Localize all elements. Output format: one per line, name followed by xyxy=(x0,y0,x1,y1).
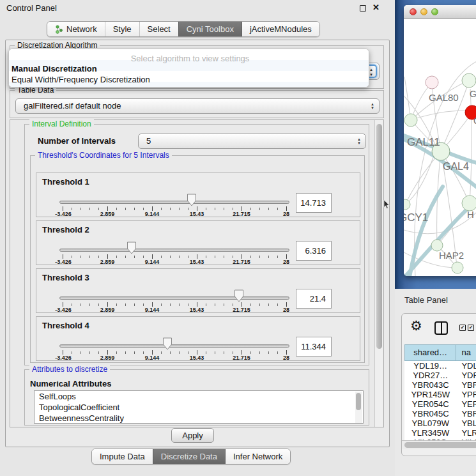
apply-button[interactable]: Apply xyxy=(171,428,214,443)
table-row[interactable]: YER054CYER0 xyxy=(404,399,476,409)
table-cell[interactable]: YBR045C xyxy=(404,409,456,418)
slider-thumb[interactable] xyxy=(162,337,173,351)
node-label-g: G xyxy=(470,89,476,99)
settings-scrollpane: Interval Definition Number of Intervals … xyxy=(10,119,384,427)
table-cell[interactable]: YDR2 xyxy=(456,371,476,380)
zoom-traffic-light[interactable] xyxy=(431,8,438,15)
table-cell[interactable]: YDL19… xyxy=(404,361,456,371)
vertical-scrollbar[interactable] xyxy=(374,120,383,427)
table-cell[interactable]: YBR0 xyxy=(456,380,476,390)
tab-network[interactable]: Network xyxy=(47,22,105,36)
scrollbar-thumb[interactable] xyxy=(376,124,382,349)
table-cell[interactable]: YER0 xyxy=(456,399,476,409)
close-icon[interactable]: ✕ xyxy=(372,3,380,12)
threshold-1-panel: Threshold 1 -3.4262.8599.14415.4321.7152… xyxy=(36,173,360,217)
tab-cyni-toolbox[interactable]: Cyni Toolbox xyxy=(178,22,242,36)
select-columns-icon[interactable]: ✓✓ xyxy=(459,325,474,331)
algorithm-dropdown-popup: Select algorithm to view settings Manual… xyxy=(8,49,369,88)
screen: Control Panel ✕ Network Style Select Cyn… xyxy=(0,0,476,476)
table-cell[interactable]: YPR1 xyxy=(456,390,476,399)
table-cell[interactable]: YER054C xyxy=(404,399,456,409)
node-label-h: H xyxy=(467,209,474,220)
close-traffic-light[interactable] xyxy=(410,8,417,15)
table-row[interactable]: YBL079WYBL0 xyxy=(404,418,476,428)
slider[interactable]: -3.4262.8599.14415.4321.71528 xyxy=(59,317,289,362)
table-cell[interactable]: YBL0 xyxy=(456,418,476,428)
tab-impute-data[interactable]: Impute Data xyxy=(92,449,153,464)
table-cell[interactable]: YLR3 xyxy=(456,428,476,438)
slider-track[interactable] xyxy=(59,296,289,300)
top-tab-bar: Network Style Select Cyni Toolbox jActiv… xyxy=(47,21,320,37)
table-cell[interactable]: YDL1 xyxy=(456,361,476,371)
table-cell[interactable]: YDR27… xyxy=(404,371,456,380)
slider-tick-labels: -3.4262.8599.14415.4321.71528 xyxy=(59,211,289,218)
node-gal11[interactable] xyxy=(404,114,417,127)
column-header-name[interactable]: na xyxy=(456,344,476,361)
table-cell[interactable]: YLR345W xyxy=(404,428,456,438)
table-data-value: galFiltered.sif default node xyxy=(24,99,121,113)
slider-thumb[interactable] xyxy=(187,194,197,207)
float-window-icon[interactable] xyxy=(360,5,366,12)
table-row[interactable]: YDR27…YDR2 xyxy=(404,371,476,380)
scrollbar-thumb[interactable] xyxy=(404,442,476,448)
table-data-combobox[interactable]: galFiltered.sif default node ▲▼ xyxy=(15,98,380,114)
slider-track[interactable] xyxy=(59,249,289,252)
table-row[interactable]: YPR145WYPR1 xyxy=(404,390,476,399)
table-panel-section: Table Panel ⚙ ✓✓ shared… na YDL19…YDL1YD… xyxy=(395,289,476,476)
table-row[interactable]: YDL19…YDL1 xyxy=(404,361,476,371)
network-graph[interactable]: GAL80 G C GAL11 GAL4 GCY1 H HAP2 xyxy=(404,19,476,276)
slider-thumb[interactable] xyxy=(127,242,137,255)
scrollbar-thumb[interactable] xyxy=(356,393,361,410)
threshold-value-field[interactable]: 6.316 xyxy=(296,241,332,261)
slider-tick-labels: -3.4262.8599.14415.4321.71528 xyxy=(59,355,289,362)
node-label-gal4: GAL4 xyxy=(443,161,469,172)
threshold-value-field[interactable]: 11.344 xyxy=(296,337,332,357)
slider[interactable]: -3.4262.8599.14415.4321.71528 xyxy=(59,221,289,266)
tab-discretize-data[interactable]: Discretize Data xyxy=(153,449,225,464)
network-icon xyxy=(55,25,63,34)
attribute-list-item[interactable]: TopologicalCoefficient xyxy=(35,402,363,413)
slider[interactable]: -3.4262.8599.14415.4321.71528 xyxy=(59,269,289,314)
slider-track[interactable] xyxy=(59,201,289,204)
attribute-list-item[interactable]: SelfLoops xyxy=(35,391,363,402)
slider-track[interactable] xyxy=(59,344,289,348)
node-label-gal80: GAL80 xyxy=(429,92,459,103)
column-header-shared-name[interactable]: shared… xyxy=(404,344,456,361)
tab-infer-network[interactable]: Infer Network xyxy=(225,449,290,464)
table-body[interactable]: YDL19…YDL1YDR27…YDR2YBR043CYBR0YPR145WYP… xyxy=(404,361,476,440)
cyni-toolbox-panel: Discretization Algorithm ▲▼ Table Data g… xyxy=(5,40,390,447)
network-view-window[interactable]: GAL80 G C GAL11 GAL4 GCY1 H HAP2 xyxy=(404,5,476,276)
desktop-area: GAL80 G C GAL11 GAL4 GCY1 H HAP2 Table P… xyxy=(395,0,476,476)
table-cell[interactable]: YBL079W xyxy=(404,418,456,428)
list-scrollbar[interactable] xyxy=(355,392,362,423)
dropdown-option-manual[interactable]: Manual Discretization xyxy=(9,63,369,74)
slider[interactable]: -3.4262.8599.14415.4321.71528 xyxy=(59,173,289,218)
dropdown-option-equal-width[interactable]: Equal Width/Frequency Discretization xyxy=(9,74,369,85)
minimize-traffic-light[interactable] xyxy=(420,8,427,15)
gear-icon[interactable]: ⚙ xyxy=(410,318,422,334)
node-pink[interactable] xyxy=(426,76,438,89)
bottom-tab-bar: Impute Data Discretize Data Infer Networ… xyxy=(91,449,291,464)
num-intervals-combobox[interactable]: 5 ▲▼ xyxy=(138,134,366,149)
horizontal-scrollbar[interactable] xyxy=(402,440,476,449)
table-row[interactable]: YBR043CYBR0 xyxy=(404,380,476,390)
table-cell[interactable]: YPR145W xyxy=(404,390,456,399)
table-data-group: Table Data galFiltered.sif default node … xyxy=(10,90,384,118)
tab-style[interactable]: Style xyxy=(105,22,139,36)
slider-thumb[interactable] xyxy=(234,289,244,303)
threshold-4-panel: Threshold 4 -3.4262.8599.14415.4321.7152… xyxy=(36,316,360,361)
table-cell[interactable]: YBR0 xyxy=(456,409,476,418)
table-row[interactable]: YBR045CYBR0 xyxy=(404,409,476,418)
table-row[interactable]: YLR345WYLR3 xyxy=(404,428,476,438)
node-top-right[interactable] xyxy=(462,73,476,88)
threshold-value-field[interactable]: 21.4 xyxy=(296,289,332,309)
attributes-list[interactable]: SelfLoopsTopologicalCoefficientBetweenne… xyxy=(34,390,364,424)
tab-jactivemnodules[interactable]: jActiveMNodules xyxy=(242,22,319,36)
threshold-value-field[interactable]: 14.713 xyxy=(296,193,332,213)
node-bottom[interactable] xyxy=(452,262,463,273)
split-columns-icon[interactable] xyxy=(434,321,448,335)
table-cell[interactable]: YBR043C xyxy=(404,380,456,390)
attribute-list-item[interactable]: BetweennessCentrality xyxy=(35,413,363,424)
network-window-titlebar[interactable] xyxy=(404,5,476,19)
tab-select[interactable]: Select xyxy=(139,22,178,36)
